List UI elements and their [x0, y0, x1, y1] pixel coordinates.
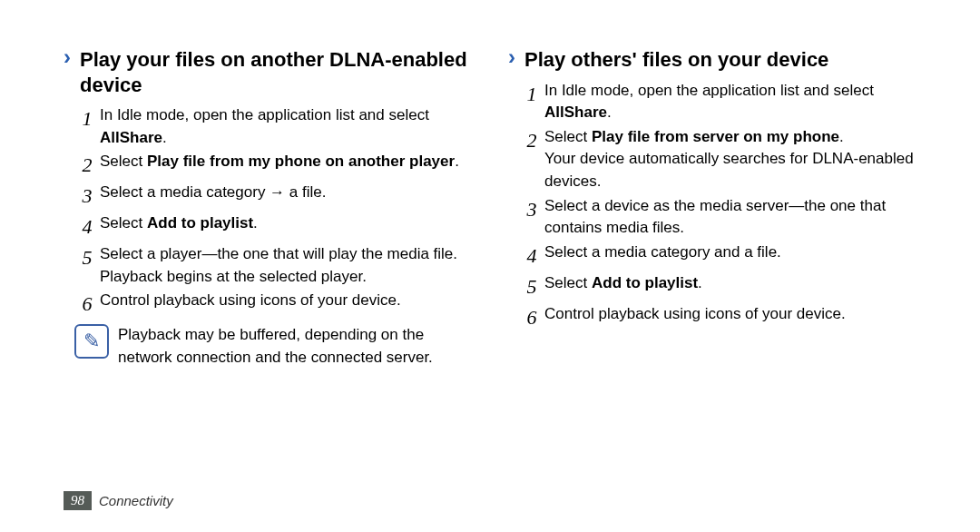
step-number: 3 — [74, 182, 100, 211]
step-number: 5 — [519, 272, 544, 301]
list-item: 1 In Idle mode, open the application lis… — [519, 80, 926, 124]
list-item: 1 In Idle mode, open the application lis… — [74, 104, 481, 149]
list-item: 4 Select a media category and a file. — [519, 241, 926, 271]
right-column: › Play others' files on your device 1 In… — [508, 45, 926, 369]
list-item: 4 Select Add to playlist. — [74, 212, 481, 241]
step-text: Select Add to playlist. — [100, 212, 481, 241]
list-item: 6 Control playback using icons of your d… — [519, 303, 926, 332]
step-number: 5 — [74, 243, 100, 288]
step-text: Control playback using icons of your dev… — [544, 303, 926, 332]
step-text: Control playback using icons of your dev… — [100, 290, 481, 319]
left-title: Play your files on another DLNA-enabled … — [80, 45, 481, 97]
note-icon: ✎ — [74, 324, 109, 359]
step-text: Select a device as the media server—the … — [544, 195, 926, 240]
chevron-icon: › — [508, 45, 515, 73]
step-number: 2 — [74, 151, 100, 180]
step-number: 1 — [519, 80, 544, 124]
right-title: Play others' files on your device — [524, 45, 828, 73]
step-text: In Idle mode, open the application list … — [544, 80, 926, 124]
step-text: In Idle mode, open the application list … — [100, 104, 481, 149]
step-number: 1 — [74, 104, 100, 149]
list-item: 2 Select Play file from server on my pho… — [519, 126, 926, 193]
step-text: Select a player—the one that will play t… — [100, 243, 481, 288]
page-body: › Play your files on another DLNA-enable… — [0, 0, 980, 369]
step-text: Select Play file from server on my phone… — [544, 126, 926, 193]
step-text: Select Add to playlist. — [544, 272, 926, 301]
right-heading: › Play others' files on your device — [508, 45, 926, 73]
step-number: 4 — [74, 212, 100, 241]
step-number: 4 — [519, 241, 544, 271]
step-text: Select a media category and a file. — [544, 241, 926, 271]
list-item: 3 Select a media category → a file. — [74, 182, 481, 211]
left-heading: › Play your files on another DLNA-enable… — [64, 45, 481, 97]
note-text: Playback may be buffered, depending on t… — [118, 324, 481, 369]
list-item: 5 Select a player—the one that will play… — [74, 243, 481, 288]
list-item: 5 Select Add to playlist. — [519, 272, 926, 301]
list-item: 2 Select Play file from my phone on anot… — [74, 151, 481, 180]
list-item: 6 Control playback using icons of your d… — [74, 290, 481, 319]
page-number: 98 — [64, 491, 92, 510]
step-text: Select a media category → a file. — [100, 182, 481, 211]
note-row: ✎ Playback may be buffered, depending on… — [74, 324, 481, 369]
section-name: Connectivity — [99, 493, 173, 508]
page-footer: 98 Connectivity — [64, 491, 173, 510]
chevron-icon: › — [64, 45, 71, 97]
step-number: 6 — [74, 290, 100, 319]
step-number: 2 — [519, 126, 544, 193]
step-number: 3 — [519, 195, 544, 240]
left-column: › Play your files on another DLNA-enable… — [64, 45, 481, 369]
step-text: Select Play file from my phone on anothe… — [100, 151, 481, 180]
list-item: 3 Select a device as the media server—th… — [519, 195, 926, 240]
step-number: 6 — [519, 303, 544, 332]
